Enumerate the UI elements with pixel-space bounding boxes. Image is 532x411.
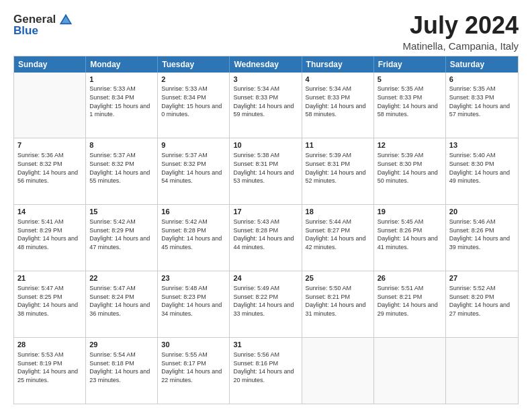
day-number: 22 bbox=[89, 273, 154, 283]
day-info: Sunrise: 5:36 AM Sunset: 8:32 PM Dayligh… bbox=[17, 151, 82, 185]
day-cell-21: 21Sunrise: 5:47 AM Sunset: 8:25 PM Dayli… bbox=[14, 271, 86, 337]
day-info: Sunrise: 5:37 AM Sunset: 8:32 PM Dayligh… bbox=[161, 151, 226, 185]
day-info: Sunrise: 5:39 AM Sunset: 8:30 PM Dayligh… bbox=[378, 151, 442, 185]
calendar-header: SundayMondayTuesdayWednesdayThursdayFrid… bbox=[14, 56, 518, 73]
day-info: Sunrise: 5:33 AM Sunset: 8:34 PM Dayligh… bbox=[161, 85, 226, 118]
day-number: 28 bbox=[17, 340, 82, 350]
month-title: July 2024 bbox=[402, 12, 519, 39]
day-cell-26: 26Sunrise: 5:51 AM Sunset: 8:21 PM Dayli… bbox=[374, 271, 446, 337]
calendar-body: 1Sunrise: 5:33 AM Sunset: 8:34 PM Daylig… bbox=[14, 73, 518, 404]
calendar-row-3: 21Sunrise: 5:47 AM Sunset: 8:25 PM Dayli… bbox=[14, 271, 518, 337]
day-cell-1: 1Sunrise: 5:33 AM Sunset: 8:34 PM Daylig… bbox=[86, 73, 158, 138]
location: Matinella, Campania, Italy bbox=[402, 40, 519, 52]
day-number: 26 bbox=[378, 273, 442, 283]
day-info: Sunrise: 5:54 AM Sunset: 8:18 PM Dayligh… bbox=[89, 351, 154, 384]
day-info: Sunrise: 5:42 AM Sunset: 8:29 PM Dayligh… bbox=[89, 218, 154, 251]
day-cell-17: 17Sunrise: 5:43 AM Sunset: 8:28 PM Dayli… bbox=[230, 205, 302, 271]
day-cell-16: 16Sunrise: 5:42 AM Sunset: 8:28 PM Dayli… bbox=[158, 205, 230, 271]
day-info: Sunrise: 5:35 AM Sunset: 8:33 PM Dayligh… bbox=[378, 85, 442, 118]
day-number: 29 bbox=[89, 340, 154, 350]
calendar-row-0: 1Sunrise: 5:33 AM Sunset: 8:34 PM Daylig… bbox=[14, 73, 518, 138]
weekday-header-saturday: Saturday bbox=[446, 56, 518, 73]
day-cell-23: 23Sunrise: 5:48 AM Sunset: 8:23 PM Dayli… bbox=[158, 271, 230, 337]
day-cell-20: 20Sunrise: 5:46 AM Sunset: 8:26 PM Dayli… bbox=[446, 205, 518, 271]
day-number: 21 bbox=[17, 273, 82, 283]
calendar-row-2: 14Sunrise: 5:41 AM Sunset: 8:29 PM Dayli… bbox=[14, 204, 518, 271]
day-cell-12: 12Sunrise: 5:39 AM Sunset: 8:30 PM Dayli… bbox=[374, 138, 446, 204]
day-number: 4 bbox=[306, 75, 370, 85]
day-number: 6 bbox=[449, 75, 515, 85]
day-number: 1 bbox=[89, 75, 154, 85]
day-number: 16 bbox=[161, 207, 226, 217]
weekday-header-wednesday: Wednesday bbox=[230, 56, 302, 73]
empty-cell-4-6 bbox=[446, 338, 518, 404]
day-number: 3 bbox=[233, 75, 298, 85]
day-cell-25: 25Sunrise: 5:50 AM Sunset: 8:21 PM Dayli… bbox=[302, 271, 374, 337]
weekday-header-tuesday: Tuesday bbox=[158, 56, 230, 73]
day-cell-2: 2Sunrise: 5:33 AM Sunset: 8:34 PM Daylig… bbox=[158, 73, 230, 138]
day-number: 30 bbox=[161, 340, 226, 350]
day-cell-14: 14Sunrise: 5:41 AM Sunset: 8:29 PM Dayli… bbox=[14, 205, 86, 271]
weekday-header-monday: Monday bbox=[86, 56, 158, 73]
empty-cell-0-0 bbox=[14, 73, 86, 138]
day-number: 23 bbox=[161, 273, 226, 283]
day-number: 31 bbox=[233, 340, 298, 350]
day-number: 20 bbox=[449, 207, 515, 217]
day-cell-5: 5Sunrise: 5:35 AM Sunset: 8:33 PM Daylig… bbox=[374, 73, 446, 138]
day-info: Sunrise: 5:42 AM Sunset: 8:28 PM Dayligh… bbox=[161, 218, 226, 251]
day-number: 13 bbox=[449, 140, 515, 150]
day-cell-4: 4Sunrise: 5:34 AM Sunset: 8:33 PM Daylig… bbox=[302, 73, 374, 138]
day-number: 9 bbox=[161, 140, 226, 150]
weekday-header-friday: Friday bbox=[374, 56, 446, 73]
day-cell-29: 29Sunrise: 5:54 AM Sunset: 8:18 PM Dayli… bbox=[86, 338, 158, 404]
day-number: 10 bbox=[233, 140, 298, 150]
day-number: 25 bbox=[306, 273, 370, 283]
day-number: 14 bbox=[17, 207, 82, 217]
day-cell-27: 27Sunrise: 5:52 AM Sunset: 8:20 PM Dayli… bbox=[446, 271, 518, 337]
day-cell-3: 3Sunrise: 5:34 AM Sunset: 8:33 PM Daylig… bbox=[230, 73, 302, 138]
day-cell-10: 10Sunrise: 5:38 AM Sunset: 8:31 PM Dayli… bbox=[230, 138, 302, 204]
logo-icon bbox=[58, 12, 73, 27]
day-cell-24: 24Sunrise: 5:49 AM Sunset: 8:22 PM Dayli… bbox=[230, 271, 302, 337]
day-cell-13: 13Sunrise: 5:40 AM Sunset: 8:30 PM Dayli… bbox=[446, 138, 518, 204]
calendar-row-4: 28Sunrise: 5:53 AM Sunset: 8:19 PM Dayli… bbox=[14, 337, 518, 404]
weekday-header-sunday: Sunday bbox=[14, 56, 86, 73]
day-info: Sunrise: 5:52 AM Sunset: 8:20 PM Dayligh… bbox=[449, 284, 515, 318]
day-info: Sunrise: 5:34 AM Sunset: 8:33 PM Dayligh… bbox=[233, 85, 298, 118]
day-info: Sunrise: 5:46 AM Sunset: 8:26 PM Dayligh… bbox=[449, 218, 515, 251]
day-info: Sunrise: 5:50 AM Sunset: 8:21 PM Dayligh… bbox=[306, 284, 370, 318]
day-cell-11: 11Sunrise: 5:39 AM Sunset: 8:31 PM Dayli… bbox=[302, 138, 374, 204]
day-cell-15: 15Sunrise: 5:42 AM Sunset: 8:29 PM Dayli… bbox=[86, 205, 158, 271]
day-number: 5 bbox=[378, 75, 442, 85]
day-info: Sunrise: 5:33 AM Sunset: 8:34 PM Dayligh… bbox=[89, 85, 154, 118]
day-info: Sunrise: 5:53 AM Sunset: 8:19 PM Dayligh… bbox=[17, 351, 82, 384]
day-cell-6: 6Sunrise: 5:35 AM Sunset: 8:33 PM Daylig… bbox=[446, 73, 518, 138]
calendar-row-1: 7Sunrise: 5:36 AM Sunset: 8:32 PM Daylig… bbox=[14, 138, 518, 204]
day-info: Sunrise: 5:47 AM Sunset: 8:24 PM Dayligh… bbox=[89, 284, 154, 318]
day-number: 18 bbox=[306, 207, 370, 217]
empty-cell-4-5 bbox=[374, 338, 446, 404]
logo: General Blue bbox=[13, 12, 73, 38]
day-number: 7 bbox=[17, 140, 82, 150]
day-cell-22: 22Sunrise: 5:47 AM Sunset: 8:24 PM Dayli… bbox=[86, 271, 158, 337]
day-info: Sunrise: 5:35 AM Sunset: 8:33 PM Dayligh… bbox=[449, 85, 515, 118]
day-info: Sunrise: 5:44 AM Sunset: 8:27 PM Dayligh… bbox=[306, 218, 370, 251]
day-number: 11 bbox=[306, 140, 370, 150]
day-info: Sunrise: 5:55 AM Sunset: 8:17 PM Dayligh… bbox=[161, 351, 226, 384]
empty-cell-4-4 bbox=[302, 338, 374, 404]
day-info: Sunrise: 5:51 AM Sunset: 8:21 PM Dayligh… bbox=[378, 284, 442, 318]
day-number: 27 bbox=[449, 273, 515, 283]
day-cell-30: 30Sunrise: 5:55 AM Sunset: 8:17 PM Dayli… bbox=[158, 338, 230, 404]
calendar: SundayMondayTuesdayWednesdayThursdayFrid… bbox=[13, 56, 519, 404]
day-info: Sunrise: 5:47 AM Sunset: 8:25 PM Dayligh… bbox=[17, 284, 82, 318]
day-info: Sunrise: 5:37 AM Sunset: 8:32 PM Dayligh… bbox=[89, 151, 154, 185]
day-cell-31: 31Sunrise: 5:56 AM Sunset: 8:16 PM Dayli… bbox=[230, 338, 302, 404]
logo-blue: Blue bbox=[13, 24, 38, 38]
day-info: Sunrise: 5:34 AM Sunset: 8:33 PM Dayligh… bbox=[306, 85, 370, 118]
day-info: Sunrise: 5:56 AM Sunset: 8:16 PM Dayligh… bbox=[233, 351, 298, 384]
weekday-header-thursday: Thursday bbox=[302, 56, 374, 73]
day-info: Sunrise: 5:43 AM Sunset: 8:28 PM Dayligh… bbox=[233, 218, 298, 251]
day-number: 24 bbox=[233, 273, 298, 283]
day-number: 19 bbox=[378, 207, 442, 217]
day-info: Sunrise: 5:39 AM Sunset: 8:31 PM Dayligh… bbox=[306, 151, 370, 185]
